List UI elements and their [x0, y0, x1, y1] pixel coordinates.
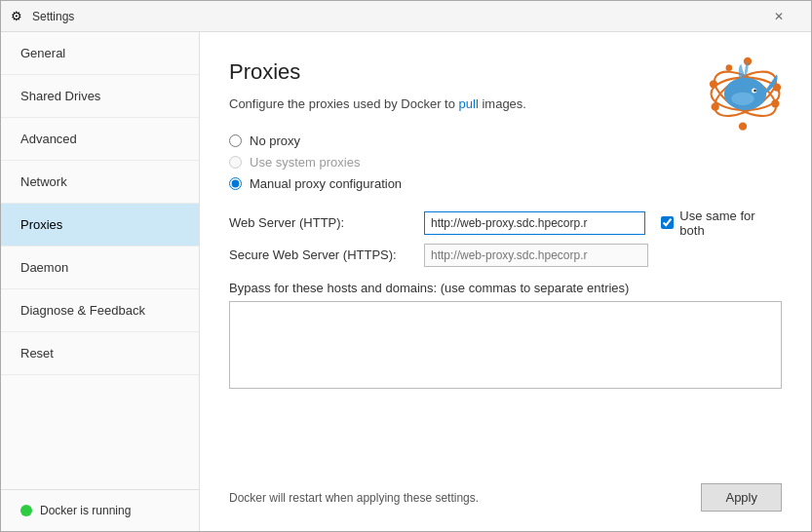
content-area: General Shared Drives Advanced Network P…	[1, 32, 811, 531]
sidebar-item-network[interactable]: Network	[1, 161, 199, 204]
proxy-form: Web Server (HTTP): Use same for both Sec…	[229, 209, 782, 267]
manual-proxy-option[interactable]: Manual proxy configuration	[229, 176, 782, 191]
page-description: Configure the proxies used by Docker to …	[229, 95, 561, 114]
secure-server-input[interactable]	[424, 244, 648, 267]
sidebar: General Shared Drives Advanced Network P…	[1, 32, 200, 531]
settings-window: ⚙ Settings ✕ General Shared Drives Advan…	[0, 0, 812, 532]
svg-point-13	[731, 93, 754, 105]
use-same-checkbox[interactable]	[661, 216, 674, 229]
sidebar-item-diagnose-feedback[interactable]: Diagnose & Feedback	[1, 289, 199, 332]
main-panel: Proxies Configure the proxies used by Do…	[200, 32, 811, 531]
sidebar-item-daemon[interactable]: Daemon	[1, 247, 199, 289]
sidebar-item-proxies[interactable]: Proxies	[1, 204, 199, 247]
restart-note: Docker will restart when applying these …	[229, 491, 479, 505]
svg-point-5	[771, 99, 779, 107]
system-proxy-option[interactable]: Use system proxies	[229, 155, 782, 170]
svg-point-9	[726, 64, 733, 71]
use-same-label: Use same for both	[679, 209, 782, 238]
svg-point-6	[739, 122, 747, 130]
sidebar-item-advanced[interactable]: Advanced	[1, 118, 199, 161]
bypass-textarea[interactable]	[229, 301, 782, 389]
pull-link[interactable]: pull	[459, 96, 479, 111]
sidebar-item-reset[interactable]: Reset	[1, 332, 199, 375]
status-text: Docker is running	[40, 504, 131, 517]
close-button[interactable]: ✕	[756, 1, 801, 32]
svg-point-7	[712, 102, 719, 110]
docker-logo	[684, 52, 782, 139]
system-proxy-radio	[229, 156, 242, 169]
web-server-label: Web Server (HTTP):	[229, 215, 414, 230]
status-bar: Docker is running	[1, 489, 199, 531]
app-icon: ⚙	[11, 9, 26, 24]
svg-point-12	[754, 90, 755, 92]
manual-proxy-radio[interactable]	[229, 177, 242, 190]
svg-point-8	[710, 80, 717, 88]
no-proxy-radio[interactable]	[229, 134, 242, 147]
bottom-bar: Docker will restart when applying these …	[229, 474, 782, 512]
proxy-options: No proxy Use system proxies Manual proxy…	[229, 133, 782, 191]
title-bar: ⚙ Settings ✕	[1, 1, 811, 32]
sidebar-item-general[interactable]: General	[1, 32, 199, 75]
secure-server-label: Secure Web Server (HTTPS):	[229, 247, 414, 262]
title-bar-title: Settings	[32, 10, 756, 23]
bypass-label: Bypass for these hosts and domains: (use…	[229, 281, 782, 295]
web-server-input[interactable]	[424, 211, 645, 235]
bypass-section: Bypass for these hosts and domains: (use…	[229, 281, 782, 392]
use-same-row: Use same for both	[661, 209, 782, 238]
sidebar-item-shared-drives[interactable]: Shared Drives	[1, 75, 199, 118]
web-server-row: Web Server (HTTP): Use same for both	[229, 209, 782, 238]
status-dot	[20, 505, 32, 516]
apply-button[interactable]: Apply	[701, 483, 782, 512]
secure-server-row: Secure Web Server (HTTPS):	[229, 244, 782, 267]
